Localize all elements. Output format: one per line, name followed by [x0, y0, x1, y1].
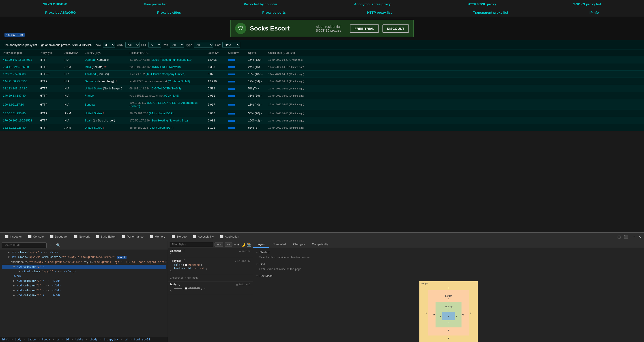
- breadcrumb-html[interactable]: html: [2, 338, 9, 341]
- add-element-button[interactable]: +: [48, 243, 53, 248]
- tab-changes[interactable]: Changes: [290, 241, 308, 248]
- cell-ip[interactable]: 1.20.217.52:8080: [2, 72, 39, 76]
- grid-section-header[interactable]: ▼ Grid: [256, 262, 641, 266]
- cell-ip[interactable]: 68.183.143.134:80: [2, 86, 39, 91]
- nav-ipinfo[interactable]: IPinfo: [587, 10, 601, 15]
- tab-compatibility[interactable]: Compatibility: [308, 241, 332, 248]
- expand-arrow-8[interactable]: ▶: [13, 294, 15, 297]
- breadcrumb-body[interactable]: body: [15, 338, 22, 341]
- screenshot-button[interactable]: 📸: [246, 242, 251, 247]
- expand-arrow-3[interactable]: ▼: [13, 265, 15, 268]
- cell-country[interactable]: United States !!!: [84, 126, 128, 130]
- discount-button[interactable]: DISCOUNT: [382, 25, 409, 33]
- cell-country[interactable]: Spain (La Seu d`Urgell): [84, 118, 128, 123]
- gear-icon-spy1xx[interactable]: ⚙: [235, 260, 236, 263]
- cell-country[interactable]: Thailand (Dan Sai): [84, 72, 128, 76]
- expand-arrow-2[interactable]: ▼: [8, 256, 10, 259]
- nav-transparent[interactable]: Transparent proxy list: [471, 10, 510, 15]
- anm-select[interactable]: A+HAllANMHIA: [126, 42, 140, 48]
- html-search-input[interactable]: [2, 242, 46, 248]
- breadcrumb-table2[interactable]: table: [75, 338, 83, 341]
- styles-filter-input[interactable]: [170, 242, 213, 247]
- trial-button[interactable]: FREE TRIAL: [350, 25, 379, 33]
- cell-ip[interactable]: 41.190.147.158:54018: [2, 58, 39, 62]
- tab-debugger[interactable]: ⬜ Debugger: [47, 233, 71, 240]
- show-select[interactable]: 3060100: [103, 42, 115, 48]
- html-line-tr-spy1x[interactable]: ▶ <tr class="spy1x" > ··· </tr>: [2, 250, 166, 255]
- nav-socks[interactable]: SOCKS proxy list: [571, 1, 603, 7]
- tab-computed[interactable]: Computed: [269, 241, 290, 248]
- tab-application[interactable]: ⬜ Application: [217, 233, 242, 240]
- html-line-tr-spy1xx[interactable]: ▼ <tr class="spy1xx" onmouseover="this.s…: [2, 255, 166, 260]
- nav-proxy-country[interactable]: Proxy list by country: [242, 1, 279, 7]
- tab-storage[interactable]: ⬜ Storage: [168, 233, 190, 240]
- nav-https[interactable]: HTTPS/SSL proxy: [465, 1, 498, 7]
- pseudo-class-button[interactable]: :hov: [214, 242, 223, 246]
- breadcrumb-font-spy14[interactable]: font.spy14: [134, 338, 150, 341]
- gear-icon-element[interactable]: ⚙: [239, 250, 241, 253]
- html-line-td-5[interactable]: ▶ <td colspan="1" > ··· </td>: [2, 293, 166, 298]
- cell-ip[interactable]: 144.91.88.75:5566: [2, 79, 39, 83]
- breadcrumb-tbody2[interactable]: tbody: [89, 338, 98, 341]
- cell-country[interactable]: Senegal: [84, 102, 128, 107]
- ssl-select[interactable]: AllYesNo: [148, 42, 161, 48]
- breadcrumb-tr[interactable]: tr: [56, 338, 59, 341]
- dark-mode-button[interactable]: 🌙: [241, 242, 245, 247]
- tab-accessibility[interactable]: ⬜ Accessibility: [190, 233, 217, 240]
- cls-button[interactable]: .cls: [224, 242, 232, 246]
- tab-layout[interactable]: Layout: [253, 241, 269, 248]
- nav-http[interactable]: HTTP proxy list: [365, 10, 394, 15]
- cell-country[interactable]: Uganda (Kampala): [84, 58, 128, 62]
- expand-arrow-5[interactable]: ▶: [13, 279, 15, 283]
- dock-bottom-button[interactable]: ⬛: [623, 234, 630, 239]
- cell-country[interactable]: France: [84, 94, 128, 98]
- gear-icon-body[interactable]: ⚙: [236, 283, 238, 286]
- expand-arrow-6[interactable]: ▶: [13, 284, 15, 287]
- html-line-font[interactable]: ▶ <font class="spy14" > ··· </font>: [2, 269, 166, 274]
- expand-arrow-7[interactable]: ▶: [13, 289, 15, 292]
- nav-home[interactable]: SPYS.ONE/EN/: [41, 1, 69, 7]
- html-line-td-2[interactable]: ▶ <td colspan="1" > ··· </td>: [2, 279, 166, 283]
- sort-select[interactable]: DateLatencyUptime: [222, 42, 240, 48]
- cell-ip[interactable]: 38.55.182.225:80: [2, 126, 39, 130]
- cell-ip[interactable]: 203.110.240.166:80: [2, 65, 39, 69]
- tab-memory[interactable]: ⬜ Memory: [147, 233, 168, 240]
- tab-style-editor[interactable]: ⬜ Style Editor: [93, 233, 119, 240]
- nav-ports[interactable]: Proxy by ports: [260, 10, 288, 15]
- cell-country[interactable]: United States !!!: [84, 111, 128, 115]
- type-select[interactable]: AllHTTPHTTPSSOCKS4SOCKS5: [194, 42, 214, 48]
- flexbox-section-header[interactable]: ▼ Flexbox: [256, 251, 641, 254]
- tab-performance[interactable]: ⬜ Performance: [119, 233, 146, 240]
- more-options-button[interactable]: ⋯: [630, 234, 636, 239]
- close-devtools-button[interactable]: ✕: [637, 234, 642, 239]
- add-style-button[interactable]: +: [234, 242, 236, 247]
- cell-ip[interactable]: 196.1.95.117:80: [2, 102, 39, 107]
- expand-arrow[interactable]: ▶: [8, 251, 10, 254]
- nav-anonymous[interactable]: Anonymous free proxy: [352, 1, 393, 7]
- tab-network[interactable]: ⬜ Network: [71, 233, 93, 240]
- cell-country[interactable]: Germany (Nuremberg) !!!: [84, 79, 128, 83]
- pick-element-button[interactable]: 🔍: [55, 243, 62, 248]
- tab-inspector[interactable]: ⬜ Inspector: [2, 233, 25, 240]
- dock-separate-button[interactable]: ⬚: [616, 234, 622, 239]
- port-select[interactable]: All808080: [170, 42, 184, 48]
- nav-asn[interactable]: Proxy by ASN/ORG: [43, 10, 78, 15]
- cell-country[interactable]: United States (North Bergen): [84, 86, 128, 91]
- light-mode-button[interactable]: ☀: [237, 242, 239, 247]
- html-line-td-close[interactable]: </td>: [2, 274, 166, 279]
- nav-cities[interactable]: Proxy by cities: [155, 10, 183, 15]
- html-line-td-3[interactable]: ▶ <td colspan="1" > ··· </td>: [2, 283, 166, 288]
- breadcrumb-td[interactable]: td: [66, 338, 69, 341]
- expand-arrow-4[interactable]: ▶: [18, 270, 20, 273]
- nav-free-proxy[interactable]: Free proxy list: [142, 1, 169, 7]
- tab-console[interactable]: ⬜ Console: [25, 233, 47, 240]
- html-line-td-4[interactable]: ▶ <td colspan="1" > ··· </td>: [2, 288, 166, 293]
- box-model-section-header[interactable]: ▼ Box Model: [256, 274, 641, 278]
- cell-country[interactable]: India (Kolkata) !!!: [84, 65, 128, 69]
- breadcrumb-tbody[interactable]: tbody: [42, 338, 50, 341]
- html-line-td-selected[interactable]: ▼ <td colspan="1" >: [2, 265, 166, 269]
- cell-ip[interactable]: 38.55.181.255:80: [2, 111, 39, 115]
- breadcrumb-table[interactable]: table: [28, 338, 36, 341]
- breadcrumb-td2[interactable]: td: [124, 338, 128, 341]
- breadcrumb-tr-spy1xx[interactable]: tr.spy1xx: [104, 338, 118, 341]
